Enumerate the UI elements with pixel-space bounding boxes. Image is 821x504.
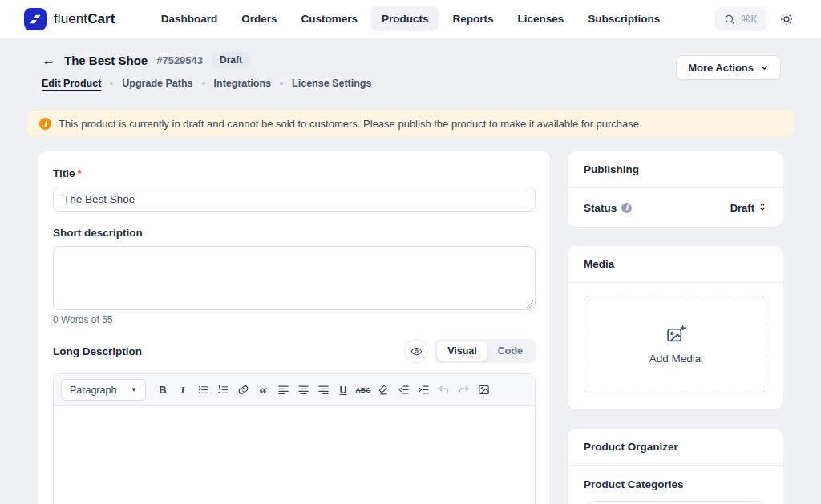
product-categories-label: Product Categories	[584, 478, 766, 490]
status-select-value: Draft	[730, 202, 754, 214]
redo-icon	[458, 384, 470, 396]
undo-icon	[438, 384, 450, 396]
blockquote-button[interactable]: “	[253, 381, 273, 400]
align-right-icon	[317, 384, 330, 396]
tab-separator-dot	[110, 82, 113, 85]
strikethrough-button[interactable]: ABC	[354, 381, 373, 400]
editor-mode-code[interactable]: Code	[487, 341, 533, 361]
banner-message: This product is currently in draft and c…	[59, 118, 642, 130]
underline-button[interactable]: U	[334, 381, 353, 400]
align-center-button[interactable]	[293, 381, 313, 400]
draft-warning-banner: i This product is currently in draft and…	[26, 110, 795, 137]
status-label: Status	[584, 202, 617, 214]
status-select[interactable]: Draft	[730, 200, 766, 215]
more-actions-button[interactable]: More Actions	[676, 55, 781, 80]
editor-mode-toggle: Visual Code	[435, 339, 536, 363]
image-icon	[478, 384, 490, 396]
sun-icon	[780, 13, 793, 26]
product-tabs: Edit Product Upgrade Paths Integrations …	[42, 78, 371, 89]
back-button[interactable]: ←	[42, 54, 55, 67]
title-input[interactable]	[53, 187, 536, 212]
media-card-title: Media	[568, 246, 783, 283]
tab-separator-dot	[202, 82, 205, 85]
eye-icon	[410, 345, 423, 357]
right-sidebar: Publishing Status i Draft Media	[568, 151, 783, 504]
word-count: 0 Words of 55	[53, 314, 536, 325]
nav-item-reports[interactable]: Reports	[443, 6, 504, 31]
media-card: Media Add Media	[568, 246, 783, 409]
image-plus-icon	[665, 325, 686, 345]
tab-integrations[interactable]: Integrations	[214, 78, 272, 89]
publishing-card: Publishing Status i Draft	[568, 151, 783, 227]
clear-format-button[interactable]	[374, 381, 393, 400]
status-badge: Draft	[212, 52, 250, 68]
nav-item-dashboard[interactable]: Dashboard	[151, 6, 229, 31]
resize-handle[interactable]	[526, 300, 533, 308]
search-icon	[724, 14, 735, 25]
fluentcart-logo-icon	[24, 8, 47, 30]
nav-item-products[interactable]: Products	[371, 6, 439, 31]
search-shortcut-hint: ⌘K	[741, 14, 758, 25]
redo-button[interactable]	[454, 381, 473, 400]
product-categories-select[interactable]: Select	[584, 501, 766, 504]
align-center-icon	[297, 384, 309, 396]
short-description-label: Short description	[53, 227, 536, 239]
brand-logo-link[interactable]: fluentCart	[24, 8, 115, 30]
product-organizer-card: Product Organizer Product Categories Sel…	[568, 429, 783, 504]
outdent-button[interactable]	[394, 381, 413, 400]
bullet-list-icon	[197, 384, 209, 396]
info-icon: i	[39, 118, 51, 130]
caret-down-icon: ▼	[131, 386, 137, 393]
product-form-card: Title* Short description 0 Words of 55 L…	[38, 151, 550, 504]
align-left-button[interactable]	[273, 381, 293, 400]
publishing-card-title: Publishing	[568, 151, 783, 188]
updown-chevron-icon	[758, 200, 766, 215]
align-right-button[interactable]	[313, 381, 333, 400]
page-title: The Best Shoe	[64, 54, 148, 67]
bullet-list-button[interactable]	[193, 381, 212, 400]
paragraph-style-select[interactable]: Paragraph ▼	[61, 379, 146, 401]
theme-toggle-button[interactable]	[776, 9, 797, 30]
main-nav: Dashboard Orders Customers Products Repo…	[151, 6, 671, 31]
add-media-label: Add Media	[649, 353, 702, 365]
indent-button[interactable]	[414, 381, 433, 400]
more-actions-label: More Actions	[688, 62, 754, 74]
editor-toolbar: Paragraph ▼ B I “ U ABC	[54, 374, 535, 406]
paragraph-select-value: Paragraph	[70, 385, 116, 396]
long-description-label: Long Description	[53, 345, 142, 357]
preview-button[interactable]	[404, 339, 428, 363]
link-button[interactable]	[233, 381, 253, 400]
indent-icon	[418, 384, 430, 396]
title-label: Title*	[53, 167, 536, 179]
page-header: ← The Best Shoe #7529543 Draft Edit Prod…	[26, 52, 795, 89]
tab-edit-product[interactable]: Edit Product	[42, 78, 101, 89]
product-id: #7529543	[156, 54, 203, 67]
nav-item-customers[interactable]: Customers	[290, 6, 368, 31]
chevron-down-icon	[760, 63, 769, 72]
rich-text-editor: Paragraph ▼ B I “ U ABC	[53, 373, 536, 504]
link-icon	[237, 384, 249, 396]
add-media-dropzone[interactable]: Add Media	[584, 296, 766, 393]
insert-image-button[interactable]	[474, 381, 493, 400]
nav-item-subscriptions[interactable]: Subscriptions	[577, 6, 670, 31]
undo-button[interactable]	[434, 381, 453, 400]
italic-button[interactable]: I	[173, 381, 192, 400]
tab-upgrade-paths[interactable]: Upgrade Paths	[122, 78, 192, 89]
short-description-textarea[interactable]	[53, 246, 536, 310]
tab-license-settings[interactable]: License Settings	[292, 78, 371, 89]
nav-item-licenses[interactable]: Licenses	[508, 6, 575, 31]
outdent-icon	[398, 384, 410, 396]
tab-separator-dot	[280, 82, 283, 85]
align-left-icon	[277, 384, 289, 396]
editor-mode-visual[interactable]: Visual	[437, 341, 487, 361]
status-info-icon: i	[621, 203, 632, 213]
search-button[interactable]: ⌘K	[715, 7, 766, 31]
brand-name: fluentCart	[54, 11, 115, 27]
required-marker: *	[78, 167, 82, 179]
nav-item-orders[interactable]: Orders	[231, 6, 287, 31]
ordered-list-button[interactable]	[213, 381, 233, 400]
navbar-right-controls: ⌘K	[715, 7, 797, 31]
eraser-icon	[378, 384, 390, 396]
bold-button[interactable]: B	[153, 381, 172, 400]
editor-content-area[interactable]	[54, 406, 535, 504]
